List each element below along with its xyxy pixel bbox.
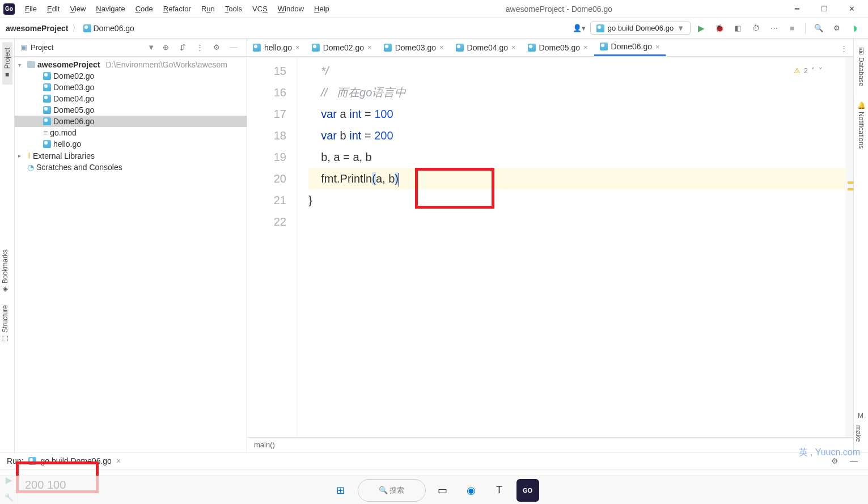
line-number[interactable]: 17: [247, 103, 286, 125]
minimize-button[interactable]: ━: [784, 1, 810, 17]
menu-run[interactable]: Run: [197, 2, 219, 15]
code-line[interactable]: b, a = a, b: [308, 146, 845, 168]
taskbar-taskview[interactable]: ▭: [431, 479, 454, 502]
code-line[interactable]: fmt.Println(a, b): [308, 168, 845, 189]
sidebar-tab-m[interactable]: M: [853, 412, 868, 420]
tree-scratches[interactable]: ◔ Scratches and Consoles: [15, 162, 247, 173]
line-number[interactable]: 18: [247, 125, 286, 146]
tree-file[interactable]: Dome03.go: [15, 82, 247, 93]
tree-file[interactable]: Dome04.go: [15, 93, 247, 104]
search-everywhere-button[interactable]: 🔍: [811, 21, 826, 36]
close-tab-icon[interactable]: ×: [116, 456, 121, 465]
menu-navigate[interactable]: Navigate: [91, 2, 129, 15]
code-line[interactable]: var a int = 100: [308, 103, 845, 125]
taskbar-edge[interactable]: ◉: [460, 479, 482, 502]
editor-tab[interactable]: Dome04.go×: [450, 39, 522, 56]
tree-file[interactable]: Dome02.go: [15, 70, 247, 82]
menu-view[interactable]: View: [65, 2, 90, 15]
close-tab-icon[interactable]: ×: [295, 43, 300, 52]
collapse-all-icon[interactable]: ⋮: [192, 40, 207, 55]
expand-all-icon[interactable]: ⇵: [175, 40, 190, 55]
menu-code[interactable]: Code: [131, 2, 158, 15]
editor-tab[interactable]: Dome03.go×: [378, 39, 450, 56]
sidebar-tab-notifications[interactable]: 🔔 Notifications: [856, 95, 866, 154]
editor-tab[interactable]: Dome02.go×: [306, 39, 378, 56]
goland-icon[interactable]: ◗: [848, 21, 862, 36]
go-file-icon: [384, 44, 392, 52]
line-number[interactable]: 19: [247, 146, 286, 168]
menu-tools[interactable]: Tools: [221, 2, 247, 15]
menu-file[interactable]: File: [20, 2, 41, 15]
tabs-more-icon[interactable]: ⋮: [835, 41, 853, 56]
breadcrumb-project[interactable]: awesomeProject: [6, 24, 69, 33]
editor-breadcrumb[interactable]: main(): [247, 437, 853, 452]
code-line[interactable]: }: [308, 189, 845, 211]
prev-highlight-icon[interactable]: ˄: [811, 60, 815, 82]
run-settings-icon[interactable]: ⚙: [827, 454, 842, 468]
menu-help[interactable]: Help: [310, 2, 334, 15]
debug-button[interactable]: 🐞: [712, 21, 727, 36]
next-highlight-icon[interactable]: ˅: [819, 60, 823, 82]
user-icon[interactable]: 👤▾: [572, 21, 587, 36]
run-panel-config[interactable]: go build Dome06.go: [41, 456, 112, 465]
hide-icon[interactable]: —: [226, 40, 241, 55]
tree-file[interactable]: ≡go.mod: [15, 127, 247, 138]
code-line[interactable]: */: [308, 60, 845, 82]
hide-run-icon[interactable]: —: [846, 454, 861, 468]
code-editor[interactable]: ⚠ 2 ˄ ˅ */ // 而在go语言中 var a int = 100 va…: [297, 57, 845, 437]
run-button[interactable]: ▶: [694, 21, 709, 36]
line-number[interactable]: 20: [247, 168, 286, 189]
sidebar-tab-project[interactable]: ■ Project: [2, 42, 12, 84]
editor-pane: hello.go×Dome02.go×Dome03.go×Dome04.go×D…: [247, 39, 853, 452]
more-run-button[interactable]: ⋯: [767, 21, 781, 36]
taskbar-search[interactable]: 🔍 搜索: [358, 479, 426, 502]
select-opened-file-icon[interactable]: ⊕: [158, 40, 173, 55]
sidebar-tab-make[interactable]: make: [853, 420, 863, 447]
maximize-button[interactable]: ☐: [811, 1, 837, 17]
sidebar-tab-bookmarks[interactable]: ◈ Bookmarks: [0, 244, 10, 299]
editor-tab[interactable]: Dome05.go×: [522, 39, 594, 56]
sidebar-tab-database[interactable]: 🗄 Database: [856, 42, 866, 92]
tree-file[interactable]: Dome06.go: [15, 116, 247, 127]
close-tab-icon[interactable]: ×: [439, 43, 444, 52]
code-line[interactable]: [308, 211, 845, 232]
menu-refactor[interactable]: Refactor: [159, 2, 196, 15]
close-button[interactable]: ✕: [839, 1, 865, 17]
taskbar-goland[interactable]: GO: [516, 479, 539, 502]
tree-file[interactable]: Dome05.go: [15, 104, 247, 116]
profile-button[interactable]: ⏱: [748, 21, 763, 36]
editor-tab[interactable]: Dome06.go×: [594, 39, 666, 56]
taskbar-start[interactable]: ⊞: [329, 479, 352, 502]
line-number[interactable]: 21: [247, 189, 286, 211]
inspection-badge[interactable]: ⚠ 2 ˄ ˅: [794, 60, 823, 82]
code-line[interactable]: // 而在go语言中: [308, 82, 845, 103]
breadcrumb-file[interactable]: Dome06.go: [83, 24, 134, 33]
line-number[interactable]: 22: [247, 211, 286, 232]
coverage-button[interactable]: ◧: [730, 21, 745, 36]
stop-button[interactable]: ■: [785, 21, 799, 36]
editor-tab[interactable]: hello.go×: [247, 39, 306, 56]
settings-button[interactable]: ⚙: [829, 21, 844, 36]
project-tree[interactable]: ▾ awesomeProject D:\Environment\GoWorks\…: [15, 57, 247, 452]
menu-edit[interactable]: Edit: [43, 2, 64, 15]
gear-icon[interactable]: ⚙: [209, 40, 224, 55]
close-tab-icon[interactable]: ×: [583, 43, 588, 52]
line-number[interactable]: 15: [247, 60, 286, 82]
taskbar-text[interactable]: T: [488, 479, 511, 502]
close-tab-icon[interactable]: ×: [511, 43, 516, 52]
close-tab-icon[interactable]: ×: [655, 43, 660, 51]
line-number[interactable]: 16: [247, 82, 286, 103]
error-stripe[interactable]: [845, 57, 853, 437]
project-view-dropdown[interactable]: ▼: [147, 43, 155, 52]
menu-window[interactable]: Window: [273, 2, 308, 15]
menu-vcs[interactable]: VCS: [248, 2, 272, 15]
tree-root[interactable]: ▾ awesomeProject D:\Environment\GoWorks\…: [15, 59, 247, 70]
chevron-down-icon: ▼: [677, 24, 684, 32]
close-tab-icon[interactable]: ×: [367, 43, 372, 52]
code-line[interactable]: var b int = 200: [308, 125, 845, 146]
line-number-gutter: 1516171819202122: [247, 57, 297, 437]
run-config-selector[interactable]: go build Dome06.go ▼: [590, 22, 691, 35]
tree-file[interactable]: hello.go: [15, 138, 247, 150]
sidebar-tab-structure[interactable]: ⬚ Structure: [0, 299, 10, 349]
tree-external-libs[interactable]: ▸⫴ External Libraries: [15, 150, 247, 162]
